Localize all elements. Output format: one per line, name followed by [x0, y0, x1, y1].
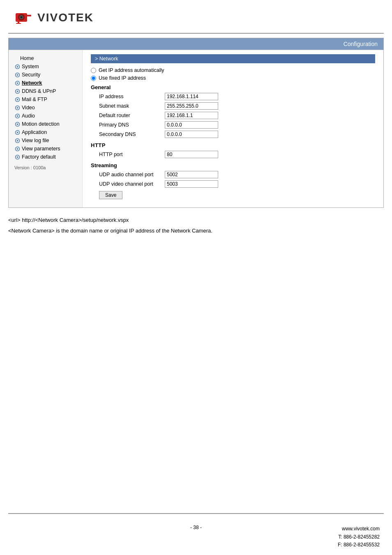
radio-fixed-label[interactable]: Use fixed IP address — [99, 75, 146, 81]
svg-marker-18 — [17, 107, 18, 109]
field-row-udp-video: UDP video channel port — [91, 180, 375, 188]
field-label-http-port: HTTP port — [99, 152, 165, 157]
sidebar-item-ddns[interactable]: DDNS & UPnP — [9, 87, 82, 95]
streaming-label: Streaming — [91, 162, 375, 168]
udp-video-port-input[interactable] — [165, 180, 218, 188]
logo-area: VIVOTEK — [0, 0, 392, 33]
field-row-dns1: Primary DNS — [91, 121, 375, 129]
page-footer: - 38 - — [0, 525, 392, 530]
sidebar-label-system: System — [22, 64, 39, 69]
svg-marker-8 — [17, 66, 18, 68]
svg-marker-16 — [17, 99, 18, 101]
bullet-icon-application — [14, 129, 20, 135]
primary-dns-input[interactable] — [165, 121, 218, 129]
svg-marker-20 — [17, 115, 18, 117]
desc-line: <Network Camera> is the domain name or o… — [8, 227, 384, 235]
subnet-mask-input[interactable] — [165, 102, 218, 110]
svg-marker-28 — [17, 148, 18, 150]
bullet-icon-ddns — [14, 88, 20, 94]
company-phone: T: 886-2-82455282 — [338, 533, 380, 541]
top-divider — [8, 33, 384, 34]
field-row-router: Default router — [91, 112, 375, 119]
inner-layout: Home System Security Ne — [9, 50, 383, 207]
sidebar-item-motion[interactable]: Motion detection — [9, 120, 82, 128]
svg-marker-22 — [17, 123, 18, 125]
sidebar-item-viewparams[interactable]: View parameters — [9, 145, 82, 153]
company-info: www.vivotek.com T: 886-2-82455282 F: 886… — [338, 525, 380, 549]
field-label-subnet: Subnet mask — [99, 103, 165, 109]
radio-auto[interactable] — [91, 68, 96, 73]
bullet-icon-mail — [14, 97, 20, 102]
svg-marker-14 — [17, 90, 18, 92]
url-line: <url> http://<Network Camera>/setup/netw… — [8, 216, 384, 225]
radio-auto-label[interactable]: Get IP address automatically — [99, 67, 164, 73]
bullet-icon-security — [14, 72, 20, 78]
vivotek-logo-icon — [12, 8, 35, 27]
sidebar-label-mail: Mail & FTP — [22, 97, 47, 102]
field-label-dns1: Primary DNS — [99, 122, 165, 128]
field-row-udp-audio: UDP audio channel port — [91, 171, 375, 178]
sidebar-item-audio[interactable]: Audio — [9, 112, 82, 120]
field-label-dns2: Secondary DNS — [99, 131, 165, 137]
sidebar-label-network: Network — [22, 80, 42, 86]
general-label: General — [91, 84, 375, 90]
section-title: > Network — [95, 56, 118, 62]
radio-auto-item: Get IP address automatically — [91, 67, 375, 73]
version-text: Version : 0100a — [9, 161, 82, 172]
sidebar-item-home[interactable]: Home — [9, 54, 82, 62]
sidebar: Home System Security Ne — [9, 50, 83, 207]
secondary-dns-input[interactable] — [165, 131, 218, 138]
save-button[interactable]: Save — [99, 191, 122, 199]
sidebar-item-system[interactable]: System — [9, 62, 82, 71]
sidebar-label-viewlog: View log file — [22, 138, 49, 143]
sidebar-item-application[interactable]: Application — [9, 128, 82, 136]
sidebar-label-ddns: DDNS & UPnP — [22, 88, 56, 94]
sidebar-label-viewparams: View parameters — [22, 146, 60, 152]
ip-address-input[interactable] — [165, 93, 218, 100]
sidebar-item-security[interactable]: Security — [9, 71, 82, 79]
sidebar-item-factory[interactable]: Factory default — [9, 153, 82, 161]
bullet-icon-audio — [14, 113, 20, 119]
logo-container: VIVOTEK — [12, 8, 94, 27]
sidebar-home-label: Home — [20, 55, 34, 61]
svg-marker-24 — [17, 131, 18, 134]
bottom-divider — [8, 513, 384, 514]
content-area: > Network Get IP address automatically U… — [83, 50, 383, 207]
config-label: Configuration — [344, 41, 378, 47]
field-row-dns2: Secondary DNS — [91, 131, 375, 138]
svg-marker-12 — [17, 82, 18, 84]
bullet-icon-factory — [14, 154, 20, 160]
bullet-icon-system — [14, 64, 20, 69]
config-header: Configuration — [9, 38, 383, 50]
bullet-icon-viewlog — [14, 138, 20, 143]
bullet-icon-motion — [14, 121, 20, 127]
svg-rect-6 — [16, 23, 21, 24]
default-router-input[interactable] — [165, 112, 218, 119]
save-btn-row: Save — [91, 191, 375, 199]
radio-fixed-item: Use fixed IP address — [91, 75, 375, 81]
field-label-udp-audio: UDP audio channel port — [99, 172, 165, 177]
svg-point-3 — [21, 16, 23, 18]
url-description: <url> http://<Network Camera>/setup/netw… — [8, 216, 384, 235]
sidebar-item-viewlog[interactable]: View log file — [9, 136, 82, 145]
svg-marker-26 — [17, 140, 18, 142]
field-label-router: Default router — [99, 113, 165, 118]
company-fax: F: 886-2-82455532 — [338, 541, 380, 549]
svg-marker-30 — [17, 156, 18, 158]
svg-marker-10 — [17, 74, 18, 76]
sidebar-label-video: Video — [22, 105, 35, 111]
sidebar-label-audio: Audio — [22, 113, 35, 119]
udp-audio-port-input[interactable] — [165, 171, 218, 178]
radio-fixed[interactable] — [91, 76, 96, 81]
field-row-http-port: HTTP port — [91, 151, 375, 158]
http-label: HTTP — [91, 142, 375, 148]
logo-text: VIVOTEK — [37, 11, 94, 24]
sidebar-item-video[interactable]: Video — [9, 104, 82, 112]
bullet-icon-video — [14, 105, 20, 111]
svg-rect-4 — [27, 15, 31, 16]
http-port-input[interactable] — [165, 151, 218, 158]
sidebar-item-network[interactable]: Network — [9, 79, 82, 87]
sidebar-item-mail[interactable]: Mail & FTP — [9, 95, 82, 104]
sidebar-label-security: Security — [22, 72, 40, 78]
page-number: - 38 - — [190, 525, 202, 530]
